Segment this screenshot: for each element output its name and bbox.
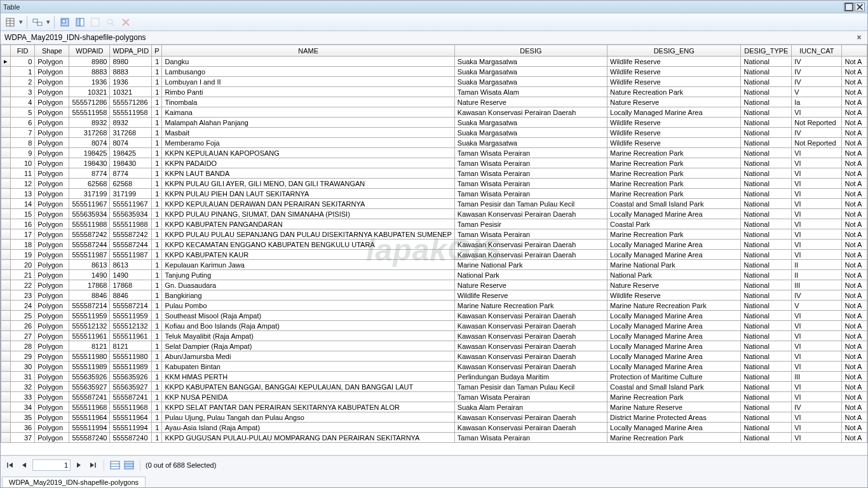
cell-EXTRA[interactable]: Not A [842,260,867,270]
cell-DESIG_TYPE[interactable]: National [741,57,792,67]
cell-DESIG_ENG[interactable]: Locally Managed Marine Area [607,341,741,351]
table-options-button[interactable] [3,15,17,29]
cell-DESIG_TYPE[interactable]: National [741,270,792,280]
cell-DESIG_TYPE[interactable]: National [741,148,792,158]
cell-IUCN_CAT[interactable]: IV [792,57,842,67]
cell-WDPAID[interactable]: 555511988 [69,219,110,229]
table-row[interactable]: 1Polygon888388831LambusangoSuaka Margasa… [1,67,867,77]
cell-NAME[interactable]: Ayau-Asia Island (Raja Ampat) [162,423,454,433]
cell-FID[interactable]: 8 [11,138,35,148]
cell-DESIG_TYPE[interactable]: National [741,138,792,148]
cell-WDPAID[interactable]: 1936 [69,77,110,87]
cell-WDPAID[interactable]: 8121 [69,341,110,351]
cell-DESIG_ENG[interactable]: Wildlife Reserve [607,138,741,148]
cell-NAME[interactable]: Abun/Jamursba Medi [162,351,454,362]
cell-DESIG[interactable]: Suaka Margasatwa [454,57,607,67]
cell-Shape[interactable]: Polygon [35,301,69,311]
cell-NAME[interactable]: Tanjung Puting [162,270,454,280]
cell-P[interactable]: 1 [152,433,162,443]
cell-IUCN_CAT[interactable]: VI [792,229,842,240]
cell-FID[interactable]: 25 [11,311,35,321]
cell-Shape[interactable]: Polygon [35,402,69,412]
cell-IUCN_CAT[interactable]: III [792,372,842,382]
cell-P[interactable]: 1 [152,290,162,301]
row-selector[interactable] [1,77,11,87]
cell-DESIG[interactable]: Taman Pesisir dan Taman Pulau Kecil [454,382,607,392]
cell-FID[interactable]: 20 [11,260,35,270]
cell-NAME[interactable]: KKPD PULAU PULAU SEPANJANG DAN PULAU DIS… [162,229,454,240]
cell-NAME[interactable]: KKPN LAUT BANDA [162,168,454,179]
cell-EXTRA[interactable]: Not A [842,240,867,250]
cell-P[interactable]: 1 [152,402,162,412]
table-row[interactable]: 12Polygon62568625681KKPN PULAU GILI AYER… [1,179,867,189]
column-header-Shape[interactable]: Shape [35,45,69,57]
cell-WDPA_PID[interactable]: 555587214 [110,301,152,311]
cell-FID[interactable]: 4 [11,97,35,107]
cell-NAME[interactable]: KKPD KABUPATEN BANGGAI, BANGGAI KEPULAUA… [162,382,454,392]
cell-DESIG_ENG[interactable]: Locally Managed Marine Area [607,362,741,372]
cell-EXTRA[interactable]: Not A [842,138,867,148]
cell-NAME[interactable]: Rimbo Panti [162,87,454,97]
cell-EXTRA[interactable]: Not A [842,290,867,301]
cell-NAME[interactable]: KKPD PULAU PINANG, SIUMAT, DAN SIMANAHA … [162,209,454,219]
cell-DESIG[interactable]: Kawasan Konservasi Perairan Daerah [454,311,607,321]
cell-P[interactable]: 1 [152,270,162,280]
cell-DESIG_TYPE[interactable]: National [741,402,792,412]
row-selector[interactable] [1,433,11,443]
cell-EXTRA[interactable]: Not A [842,362,867,372]
cell-DESIG[interactable]: Taman Pesisir dan Taman Pulau Kecil [454,199,607,209]
cell-DESIG[interactable]: Taman Wisata Perairan [454,158,607,168]
cell-WDPAID[interactable]: 555587242 [69,229,110,240]
table-row[interactable]: 3Polygon10321103211Rimbo PantiTaman Wisa… [1,87,867,97]
cell-WDPAID[interactable]: 317268 [69,128,110,138]
cell-WDPAID[interactable]: 198425 [69,148,110,158]
cell-FID[interactable]: 19 [11,250,35,260]
cell-DESIG_TYPE[interactable]: National [741,260,792,270]
cell-EXTRA[interactable]: Not A [842,280,867,290]
table-row[interactable]: 33Polygon5555872415555872411KKP NUSA PEN… [1,392,867,402]
cell-NAME[interactable]: Kabupaten Bintan [162,362,454,372]
cell-DESIG_TYPE[interactable]: National [741,199,792,209]
cell-DESIG_TYPE[interactable]: National [741,392,792,402]
cell-DESIG_ENG[interactable]: Locally Managed Marine Area [607,423,741,433]
cell-DESIG_ENG[interactable]: Marine Recreation Park [607,148,741,158]
cell-P[interactable]: 1 [152,77,162,87]
cell-DESIG_ENG[interactable]: National Park [607,270,741,280]
cell-DESIG[interactable]: Kawasan Konservasi Perairan Daerah [454,240,607,250]
cell-WDPA_PID[interactable]: 1936 [110,77,152,87]
related-tables-button[interactable] [31,15,44,29]
cell-DESIG[interactable]: Kawasan Konservasi Perairan Daerah [454,341,607,351]
cell-P[interactable]: 1 [152,128,162,138]
cell-Shape[interactable]: Polygon [35,362,69,372]
cell-DESIG_ENG[interactable]: Marine Recreation Park [607,392,741,402]
cell-WDPA_PID[interactable]: 555587244 [110,240,152,250]
cell-DESIG_ENG[interactable]: Wildlife Reserve [607,57,741,67]
cell-FID[interactable]: 13 [11,189,35,199]
row-selector[interactable] [1,402,11,412]
cell-NAME[interactable]: Teluk Mayalibit (Raja Ampat) [162,331,454,341]
cell-IUCN_CAT[interactable]: VI [792,423,842,433]
cell-DESIG[interactable]: Suaka Margasatwa [454,118,607,128]
cell-Shape[interactable]: Polygon [35,270,69,280]
cell-FID[interactable]: 37 [11,433,35,443]
cell-DESIG_TYPE[interactable]: National [741,341,792,351]
cell-DESIG_TYPE[interactable]: National [741,412,792,423]
cell-WDPAID[interactable]: 1490 [69,270,110,280]
cell-P[interactable]: 1 [152,209,162,219]
cell-Shape[interactable]: Polygon [35,250,69,260]
table-row[interactable]: 21Polygon149014901Tanjung PutingNational… [1,270,867,280]
cell-WDPAID[interactable]: 555511959 [69,311,110,321]
cell-IUCN_CAT[interactable]: VI [792,412,842,423]
cell-WDPA_PID[interactable]: 555511968 [110,402,152,412]
clear-selection-button[interactable] [88,15,102,29]
cell-IUCN_CAT[interactable]: VI [792,107,842,118]
table-row[interactable]: 24Polygon5555872145555872141Pulau PomboM… [1,301,867,311]
table-row[interactable]: 16Polygon5555119885555119881KKPD KABUPAT… [1,219,867,229]
cell-IUCN_CAT[interactable]: VI [792,351,842,362]
cell-Shape[interactable]: Polygon [35,57,69,67]
cell-NAME[interactable]: Southeast Misool (Raja Ampat) [162,311,454,321]
table-row[interactable]: 11Polygon877487741KKPN LAUT BANDATaman W… [1,168,867,179]
cell-DESIG[interactable]: Nature Reserve [454,280,607,290]
row-selector[interactable] [1,260,11,270]
cell-FID[interactable]: 16 [11,219,35,229]
